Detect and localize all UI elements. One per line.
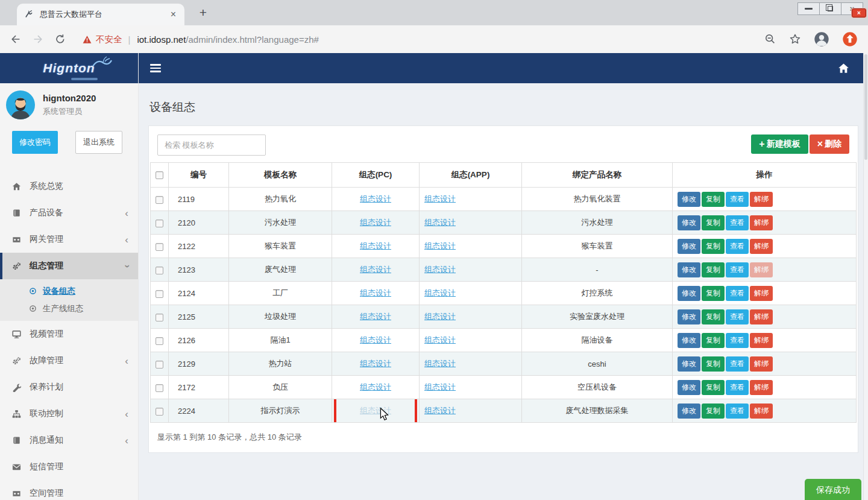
- sidebar-item-gateway[interactable]: 网关管理‹: [0, 226, 138, 253]
- not-secure-label[interactable]: 不安全: [96, 34, 122, 45]
- app-design-link[interactable]: 组态设计: [424, 406, 456, 415]
- sidebar-item-line-scada[interactable]: 生产线组态: [0, 300, 138, 317]
- edit-button[interactable]: 修改: [678, 356, 700, 372]
- close-button[interactable]: × ×: [841, 2, 863, 15]
- row-checkbox[interactable]: [156, 290, 163, 298]
- pc-design-link[interactable]: 组态设计: [360, 194, 391, 203]
- row-checkbox[interactable]: [156, 361, 163, 369]
- unbind-button[interactable]: 解绑: [750, 286, 773, 301]
- view-button[interactable]: 查看: [726, 215, 749, 230]
- pc-design-link[interactable]: 组态设计: [360, 218, 391, 227]
- change-password-button[interactable]: 修改密码: [12, 131, 58, 154]
- row-checkbox[interactable]: [156, 408, 163, 416]
- app-design-link[interactable]: 组态设计: [424, 382, 456, 391]
- unbind-button[interactable]: 解绑: [750, 356, 773, 372]
- copy-button[interactable]: 复制: [702, 286, 725, 301]
- pc-design-link[interactable]: 组态设计: [360, 312, 391, 321]
- copy-button[interactable]: 复制: [702, 380, 725, 395]
- edit-button[interactable]: 修改: [678, 403, 700, 419]
- scrollbar-thumb[interactable]: [864, 54, 867, 160]
- row-checkbox[interactable]: [156, 243, 163, 251]
- app-design-link[interactable]: 组态设计: [424, 312, 456, 321]
- unbind-button[interactable]: 解绑: [750, 262, 773, 277]
- delete-button[interactable]: ×删除: [810, 134, 849, 154]
- pc-design-link[interactable]: 组态设计: [360, 359, 391, 368]
- unbind-button[interactable]: 解绑: [750, 239, 773, 254]
- copy-button[interactable]: 复制: [702, 356, 725, 372]
- profile-avatar-icon[interactable]: [813, 31, 830, 48]
- sidebar-item-message[interactable]: 消息通知‹: [0, 427, 138, 454]
- sidebar-item-device-scada[interactable]: 设备组态: [0, 282, 138, 300]
- restore-button[interactable]: [819, 2, 841, 15]
- select-all-checkbox[interactable]: [156, 171, 163, 179]
- edit-button[interactable]: 修改: [678, 286, 700, 301]
- row-checkbox[interactable]: [156, 196, 163, 204]
- row-checkbox[interactable]: [156, 337, 163, 345]
- copy-button[interactable]: 复制: [702, 403, 725, 419]
- unbind-button[interactable]: 解绑: [750, 403, 773, 419]
- app-design-link[interactable]: 组态设计: [424, 359, 456, 368]
- edit-button[interactable]: 修改: [678, 380, 700, 395]
- unbind-button[interactable]: 解绑: [750, 380, 773, 395]
- hamburger-menu-icon[interactable]: [150, 63, 161, 74]
- edit-button[interactable]: 修改: [678, 192, 700, 207]
- new-template-button[interactable]: +新建模板: [751, 134, 808, 154]
- unbind-button[interactable]: 解绑: [750, 215, 773, 230]
- reload-icon[interactable]: [54, 33, 66, 45]
- pc-design-link[interactable]: 组态设计: [360, 241, 391, 250]
- copy-button[interactable]: 复制: [702, 333, 725, 348]
- row-checkbox[interactable]: [156, 267, 163, 274]
- copy-button[interactable]: 复制: [702, 239, 725, 254]
- pc-design-link[interactable]: 组态设计: [360, 288, 391, 297]
- view-button[interactable]: 查看: [726, 192, 749, 207]
- view-button[interactable]: 查看: [726, 262, 749, 277]
- edit-button[interactable]: 修改: [678, 333, 700, 348]
- app-design-link[interactable]: 组态设计: [424, 218, 456, 227]
- copy-button[interactable]: 复制: [702, 192, 725, 207]
- view-button[interactable]: 查看: [726, 356, 749, 372]
- edit-button[interactable]: 修改: [678, 309, 700, 324]
- logout-button[interactable]: 退出系统: [75, 131, 122, 154]
- tab-close-icon[interactable]: ×: [169, 10, 177, 19]
- search-input[interactable]: [157, 134, 266, 156]
- sidebar-item-fault[interactable]: 故障管理‹: [0, 347, 138, 374]
- view-button[interactable]: 查看: [726, 239, 749, 254]
- browser-tab[interactable]: 思普云大数据平台 ×: [17, 4, 184, 25]
- sidebar-item-product-device[interactable]: 产品设备‹: [0, 200, 138, 226]
- unbind-button[interactable]: 解绑: [750, 192, 773, 207]
- copy-button[interactable]: 复制: [702, 215, 725, 230]
- app-design-link[interactable]: 组态设计: [424, 241, 456, 250]
- browser-update-icon[interactable]: [841, 31, 858, 48]
- sidebar-item-sms[interactable]: 短信管理: [0, 454, 138, 480]
- sidebar-item-system-overview[interactable]: 系统总览: [0, 173, 138, 200]
- view-button[interactable]: 查看: [726, 403, 749, 419]
- pc-design-link[interactable]: 组态设计: [360, 335, 391, 344]
- row-checkbox[interactable]: [156, 314, 163, 321]
- edit-button[interactable]: 修改: [678, 262, 700, 277]
- view-button[interactable]: 查看: [726, 286, 749, 301]
- unbind-button[interactable]: 解绑: [750, 309, 773, 324]
- row-checkbox[interactable]: [156, 220, 163, 227]
- sidebar-item-video[interactable]: 视频管理: [0, 321, 138, 347]
- app-design-link[interactable]: 组态设计: [424, 194, 456, 203]
- view-button[interactable]: 查看: [726, 380, 749, 395]
- address-bar[interactable]: 不安全 | iot.idosp.net /admin/index.html?la…: [83, 34, 764, 45]
- view-button[interactable]: 查看: [726, 333, 749, 348]
- zoom-out-icon[interactable]: [764, 33, 777, 46]
- copy-button[interactable]: 复制: [702, 262, 725, 277]
- edit-button[interactable]: 修改: [678, 215, 700, 230]
- page-scrollbar[interactable]: [863, 53, 868, 500]
- app-design-link[interactable]: 组态设计: [424, 335, 456, 344]
- copy-button[interactable]: 复制: [702, 309, 725, 324]
- minimize-button[interactable]: [797, 2, 820, 15]
- sidebar-item-scada[interactable]: 组态管理‹: [0, 253, 138, 279]
- back-icon[interactable]: [10, 33, 22, 45]
- row-checkbox[interactable]: [156, 384, 163, 392]
- edit-button[interactable]: 修改: [678, 239, 700, 254]
- sidebar-item-space[interactable]: 空间管理: [0, 480, 138, 500]
- pc-design-link[interactable]: 组态设计: [360, 265, 391, 274]
- app-design-link[interactable]: 组态设计: [424, 288, 456, 297]
- sidebar-item-linkage[interactable]: 联动控制‹: [0, 400, 138, 427]
- pc-design-link[interactable]: 组态设计: [360, 406, 391, 415]
- new-tab-button[interactable]: +: [194, 5, 212, 22]
